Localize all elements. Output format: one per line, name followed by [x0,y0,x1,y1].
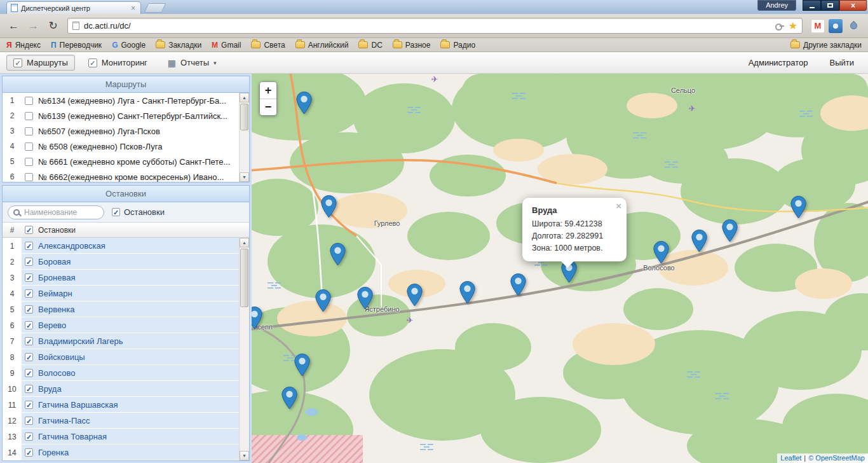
stop-row[interactable]: 8✓Войсковицы [3,349,239,365]
bookmark-item[interactable]: MGmail [212,41,241,50]
stops-filter[interactable]: ✓ Остановки [112,207,165,217]
stop-checkbox[interactable]: ✓ [25,369,33,377]
stop-checkbox[interactable]: ✓ [25,353,33,361]
bookmark-item[interactable]: Английский [295,41,349,50]
administrator-button[interactable]: Администратор [741,55,816,70]
gmail-extension-icon[interactable]: M [811,19,825,33]
stop-checkbox[interactable]: ✓ [25,242,33,250]
bookmark-item[interactable]: Разное [393,41,431,50]
map-marker-icon[interactable] [357,287,373,310]
zoom-out-button[interactable]: − [260,99,276,115]
back-icon[interactable]: ← [5,18,22,34]
route-row[interactable]: 1№6134 (ежедневно) Луга - Санкт-Петербур… [3,93,239,108]
route-row[interactable]: 3№6507 (ежедневно) Луга-Псков [3,123,239,139]
bookmark-item[interactable]: Радио [440,41,475,50]
map-marker-icon[interactable] [691,230,707,252]
scroll-thumb[interactable] [240,249,248,307]
stop-row[interactable]: 13✓Гатчина Товарная [3,429,239,445]
stops-scrollbar[interactable]: ▲ ▼ [239,238,249,460]
address-bar[interactable]: dc.acti.ru/dc/ ★ [67,18,803,34]
map-marker-icon[interactable] [281,387,297,410]
map-marker-icon[interactable] [510,273,526,296]
route-checkbox[interactable] [25,127,33,135]
bookmark-item[interactable]: ППереводчик [51,41,102,50]
profile-button[interactable]: Andrey [757,0,796,11]
bookmark-star-icon[interactable]: ★ [789,21,797,31]
search-box[interactable] [8,205,104,219]
bookmark-item[interactable]: DC [358,41,382,50]
popup-close-icon[interactable]: × [616,201,621,211]
scroll-down-icon[interactable]: ▼ [240,451,249,460]
reports-menu-button[interactable]: ▦ Отчеты ▾ [161,55,224,71]
map-marker-icon[interactable] [294,354,310,377]
logout-button[interactable]: Выйти [822,55,862,70]
stop-checkbox[interactable]: ✓ [25,417,33,425]
stop-row[interactable]: 7✓Владимирский Лагерь [3,333,239,349]
extension-icon[interactable] [829,19,843,33]
stop-checkbox[interactable]: ✓ [25,401,33,409]
stop-row[interactable]: 14✓Горенка [3,445,239,460]
route-checkbox[interactable] [25,173,33,181]
stop-checkbox[interactable]: ✓ [25,448,33,457]
password-key-icon[interactable] [775,24,784,29]
column-number[interactable]: # [3,226,22,235]
stop-row[interactable]: 11✓Гатчина Варшавская [3,397,239,413]
url-text[interactable]: dc.acti.ru/dc/ [84,21,131,31]
route-row[interactable]: 4№ 6508 (ежедневно) Псков-Луга [3,139,239,154]
stops-filter-checkbox[interactable]: ✓ [112,208,120,216]
stop-row[interactable]: 3✓Броневая [3,270,239,286]
map-marker-icon[interactable] [330,243,346,266]
stop-row[interactable]: 5✓Вервенка [3,301,239,317]
map-marker-icon[interactable] [315,289,331,312]
reload-icon[interactable]: ↻ [44,18,62,34]
select-all-checkbox[interactable]: ✓ [25,226,33,234]
monitoring-tab-button[interactable]: ✓ Мониторинг [81,55,154,71]
scroll-down-icon[interactable]: ▼ [240,172,249,182]
route-checkbox[interactable] [25,142,33,151]
scroll-up-icon[interactable]: ▲ [240,93,249,102]
stop-row[interactable]: 2✓Боровая [3,254,239,270]
map-marker-icon[interactable] [321,195,337,218]
map-marker-icon[interactable] [653,241,669,264]
bookmark-item[interactable]: Закладки [156,41,201,50]
stop-row[interactable]: 6✓Верево [3,317,239,333]
map-marker-icon[interactable] [722,219,738,242]
routes-scrollbar[interactable]: ▲ ▼ [239,93,249,182]
leaflet-link[interactable]: Leaflet [780,454,801,462]
map-marker-icon[interactable] [790,196,806,219]
stop-checkbox[interactable]: ✓ [25,258,33,266]
route-row[interactable]: 2№6139 (ежедневно) Санкт-Петербург-Балти… [3,108,239,123]
maximize-button[interactable] [821,0,839,11]
tab-close-icon[interactable]: × [130,4,137,12]
zoom-in-button[interactable]: + [260,82,276,99]
osm-link[interactable]: © OpenStreetMap [808,454,865,462]
stop-row[interactable]: 10✓Вруда [3,381,239,397]
bookmark-item[interactable]: GGoogle [112,41,146,50]
scroll-thumb[interactable] [240,104,248,130]
map-canvas[interactable]: СельцоГурлевоЯстребиноВолосовоисепп✈✈✈ ×… [252,74,868,463]
stop-row[interactable]: 4✓Веймарн [3,286,239,301]
stop-checkbox[interactable]: ✓ [25,321,33,329]
drop-extension-icon[interactable] [846,19,860,33]
stop-checkbox[interactable]: ✓ [25,273,33,282]
forward-icon[interactable]: → [25,18,42,34]
route-checkbox[interactable] [25,97,33,105]
map-marker-icon[interactable] [459,281,475,304]
close-button[interactable]: × [839,0,867,11]
bookmark-item[interactable]: Света [251,41,285,50]
stop-row[interactable]: 9✓Волосово [3,365,239,381]
route-checkbox[interactable] [25,112,33,120]
map-marker-icon[interactable] [252,307,262,329]
browser-tab[interactable]: Диспетчерский центр × [6,1,141,14]
stop-checkbox[interactable]: ✓ [25,337,33,345]
map-marker-icon[interactable] [407,284,423,307]
minimize-button[interactable] [803,0,821,11]
bookmark-item[interactable]: ЯЯндекс [6,41,41,50]
stop-checkbox[interactable]: ✓ [25,289,33,298]
stop-row[interactable]: 1✓Александровская [3,238,239,254]
search-input[interactable] [24,208,94,217]
stop-checkbox[interactable]: ✓ [25,305,33,314]
stop-checkbox[interactable]: ✓ [25,432,33,441]
routes-tab-button[interactable]: ✓ Маршруты [6,55,75,71]
other-bookmarks-button[interactable]: Другие закладки [790,41,862,50]
